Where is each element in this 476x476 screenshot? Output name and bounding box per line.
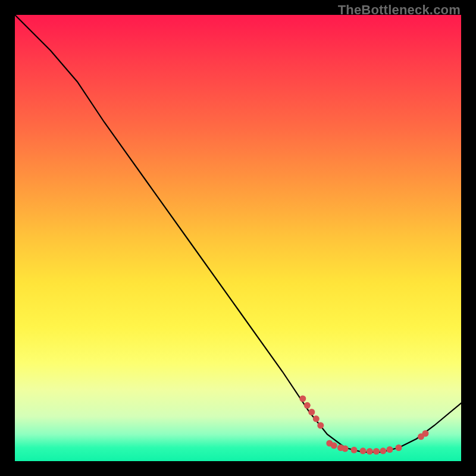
- data-point: [308, 409, 315, 415]
- data-point: [313, 415, 320, 422]
- data-point: [351, 447, 358, 453]
- scatter-cluster: [299, 396, 428, 455]
- data-point: [422, 430, 429, 437]
- bottleneck-curve: [15, 15, 461, 452]
- data-point: [373, 448, 380, 455]
- data-point: [342, 446, 349, 452]
- data-point: [331, 442, 337, 449]
- data-point: [396, 444, 402, 451]
- data-point: [360, 447, 367, 454]
- chart-canvas: TheBottleneck.com: [0, 0, 476, 476]
- curve-overlay: [15, 15, 461, 461]
- plot-area: [15, 15, 461, 461]
- data-point: [380, 447, 386, 454]
- data-point: [299, 396, 306, 402]
- data-point: [367, 448, 373, 455]
- data-point: [317, 422, 324, 429]
- data-point: [304, 402, 311, 409]
- data-point: [387, 446, 393, 453]
